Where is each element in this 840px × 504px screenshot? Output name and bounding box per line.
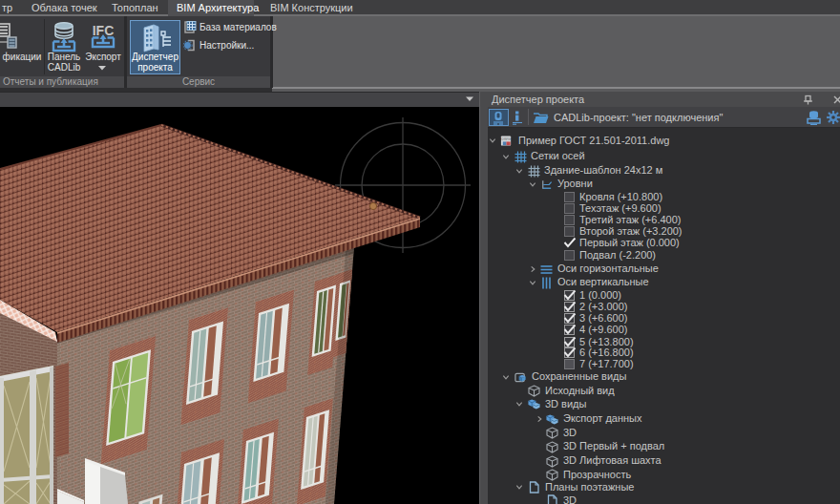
svg-text:DWG: DWG <box>501 136 510 141</box>
